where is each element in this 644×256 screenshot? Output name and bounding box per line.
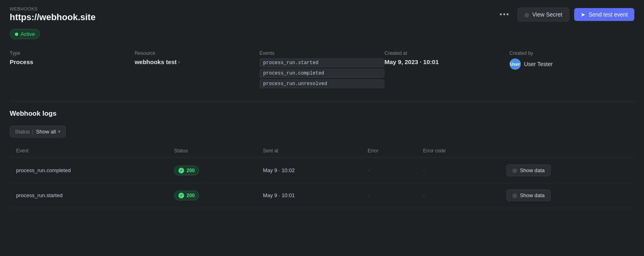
filter-separator: |	[32, 129, 34, 135]
table-row: process_run.started ✓ 200 May 9 · 10:01 …	[10, 183, 634, 208]
col-event: Event	[10, 144, 168, 158]
more-options-button[interactable]: •••	[496, 9, 513, 21]
event-tag-2: process_run.completed	[260, 69, 384, 78]
show-data-label-1: Show data	[520, 167, 545, 173]
send-icon: ➤	[581, 11, 585, 18]
row2-event: process_run.started	[10, 183, 168, 208]
row2-status: ✓ 200	[168, 183, 256, 208]
status-200-badge: ✓ 200	[174, 166, 199, 175]
row1-event: process_run.completed	[10, 158, 168, 183]
top-bar: WEBHOOKS https://webhook.site ••• ◎ View…	[10, 6, 634, 23]
row2-status-value: 200	[187, 193, 195, 198]
event-tag-3: process_run.unresolved	[260, 79, 384, 88]
resource-name: webhooks test	[134, 58, 176, 65]
view-secret-label: View Secret	[532, 11, 562, 18]
info-grid: Type Process Resource webhooks test › Ev…	[10, 50, 634, 88]
resource-column: Resource webhooks test ›	[134, 50, 259, 88]
eye-icon: ◎	[512, 192, 517, 198]
breadcrumb: WEBHOOKS	[10, 6, 96, 11]
send-test-event-button[interactable]: ➤ Send test event	[574, 8, 634, 21]
status-200-badge: ✓ 200	[174, 191, 199, 200]
chevron-down-icon: ▾	[58, 129, 61, 134]
show-data-button-2[interactable]: ◎ Show data	[506, 189, 551, 201]
section-divider	[10, 101, 634, 102]
col-actions	[500, 144, 634, 158]
created-by-label: Created by	[510, 50, 634, 56]
row2-sent-at: May 9 · 10:01	[256, 183, 361, 208]
created-at-label: Created at	[384, 50, 509, 56]
col-status: Status	[168, 144, 256, 158]
col-sent-at: Sent at	[256, 144, 361, 158]
status-filter-button[interactable]: Status | Show all ▾	[10, 126, 66, 137]
view-secret-button[interactable]: ◎ View Secret	[518, 8, 569, 21]
logs-title: Webhook logs	[10, 110, 634, 118]
created-by-column: Created by User User Tester	[510, 50, 634, 88]
eye-icon: ◎	[512, 167, 517, 173]
row1-error-code: -	[417, 158, 500, 183]
row1-status-value: 200	[187, 168, 195, 173]
row2-actions: ◎ Show data	[500, 183, 634, 208]
filter-status-label: Status	[15, 129, 30, 135]
avatar: User	[510, 58, 521, 70]
row1-actions: ◎ Show data	[500, 158, 634, 183]
resource-label: Resource	[134, 50, 259, 56]
filter-bar: Status | Show all ▾	[10, 126, 634, 137]
header-left: WEBHOOKS https://webhook.site	[10, 6, 96, 23]
show-data-button-1[interactable]: ◎ Show data	[506, 164, 551, 176]
send-test-label: Send test event	[589, 11, 628, 18]
eye-icon: ◎	[524, 12, 529, 18]
created-by-container: User User Tester	[510, 58, 634, 70]
col-error: Error	[361, 144, 416, 158]
header-actions: ••• ◎ View Secret ➤ Send test event	[496, 8, 634, 21]
webhook-url: https://webhook.site	[10, 12, 96, 23]
filter-value: Show all	[36, 129, 56, 135]
row2-error: -	[361, 183, 416, 208]
chevron-right-icon: ›	[178, 59, 180, 65]
row2-error-code: -	[417, 183, 500, 208]
status-label: Active	[21, 31, 35, 37]
events-label: Events	[260, 50, 384, 56]
events-column: Events process_run.started process_run.c…	[260, 50, 384, 88]
events-list: process_run.started process_run.complete…	[260, 58, 384, 88]
status-dot	[15, 33, 18, 36]
type-label: Type	[10, 50, 134, 56]
created-by-name: User Tester	[524, 61, 553, 67]
table-header-row: Event Status Sent at Error Error code	[10, 144, 634, 158]
col-error-code: Error code	[417, 144, 500, 158]
table-row: process_run.completed ✓ 200 May 9 · 10:0…	[10, 158, 634, 183]
row1-status: ✓ 200	[168, 158, 256, 183]
logs-table: Event Status Sent at Error Error code pr…	[10, 144, 634, 208]
resource-value[interactable]: webhooks test ›	[134, 58, 259, 65]
status-badge: Active	[10, 29, 40, 39]
type-value: Process	[10, 58, 134, 65]
row1-sent-at: May 9 · 10:02	[256, 158, 361, 183]
show-data-label-2: Show data	[520, 192, 545, 198]
event-tag-1: process_run.started	[260, 58, 384, 67]
row1-error: -	[361, 158, 416, 183]
check-icon: ✓	[178, 168, 184, 173]
check-icon: ✓	[178, 193, 184, 198]
created-at-value: May 9, 2023 · 10:01	[384, 58, 509, 65]
webhook-logs-section: Webhook logs Status | Show all ▾ Event S…	[10, 110, 634, 208]
created-at-column: Created at May 9, 2023 · 10:01	[384, 50, 509, 88]
type-column: Type Process	[10, 50, 134, 88]
